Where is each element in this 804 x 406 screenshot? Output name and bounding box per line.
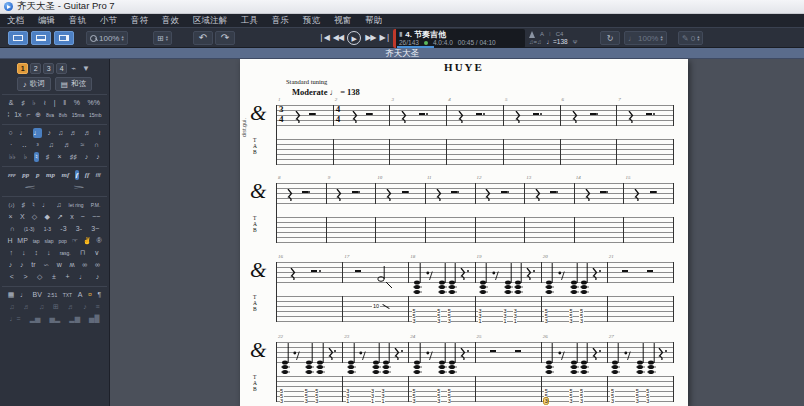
tab-note[interactable]: 1 — [478, 318, 482, 324]
palette-item[interactable]: ∞ — [81, 260, 88, 270]
note-token-ch[interactable] — [447, 342, 459, 378]
tab-note[interactable]: 3 — [447, 318, 451, 324]
palette-item[interactable]: ♬ — [22, 302, 31, 312]
note-token-qr[interactable] — [457, 109, 464, 127]
note-token-qr[interactable] — [294, 109, 301, 127]
palette-item[interactable]: ♬ — [83, 128, 92, 138]
note-token-ch[interactable] — [544, 342, 556, 378]
note-token-r8[interactable] — [359, 346, 366, 364]
note-token-hr[interactable] — [311, 270, 317, 273]
palette-item[interactable]: TXT — [62, 290, 73, 300]
note-token-dot[interactable] — [358, 191, 360, 193]
palette-item[interactable]: & — [8, 98, 15, 108]
note-token-r8[interactable] — [293, 346, 300, 364]
palette-item[interactable]: w — [56, 260, 63, 270]
pencil-edit-control[interactable]: ✎ 0 ▴▾ — [678, 31, 703, 45]
note-token-ch[interactable] — [381, 342, 393, 378]
palette-item[interactable]: ♫ — [57, 128, 64, 138]
note-token-qr[interactable] — [571, 109, 578, 127]
palette-item[interactable]: ∩ — [93, 140, 100, 150]
palette-item[interactable]: f — [75, 170, 79, 180]
palette-item[interactable]: -3 — [59, 224, 67, 234]
voice-button-2[interactable]: 2 — [30, 63, 41, 74]
measure-15[interactable]: 15 — [624, 183, 674, 243]
palette-item[interactable]: ⌐ — [25, 110, 31, 120]
note-token-dot[interactable] — [401, 350, 403, 352]
palette-item[interactable]: ‥ — [21, 140, 28, 150]
redo-button[interactable]: ↷ — [215, 31, 235, 45]
measure-20[interactable]: 20553553553 — [542, 262, 608, 322]
note-token-dot[interactable] — [314, 113, 316, 115]
palette-item[interactable]: H — [6, 236, 13, 246]
note-token-qr[interactable] — [484, 187, 491, 205]
measure-11[interactable]: 11 — [426, 183, 476, 243]
menu-item[interactable]: 文档 — [0, 14, 31, 27]
measure-19[interactable]: 19331331331 — [476, 262, 542, 322]
measure-9[interactable]: 9 — [327, 183, 377, 243]
note-token-ch[interactable] — [579, 262, 591, 298]
palette-item[interactable]: > — [70, 182, 88, 192]
note-token-dot[interactable] — [319, 270, 321, 272]
note-token-qr[interactable] — [627, 109, 634, 127]
note-token-dot[interactable] — [507, 191, 509, 193]
note-token-qr[interactable] — [633, 187, 640, 205]
tab-note[interactable]: 3 — [579, 318, 583, 324]
measure-26[interactable]: 26553553553 — [542, 342, 608, 402]
palette-item[interactable]: ¤ — [87, 290, 93, 300]
metronome-icon[interactable] — [529, 31, 535, 38]
palette-item[interactable]: ‖ — [62, 98, 67, 108]
palette-item[interactable]: ♯ — [20, 98, 26, 108]
tab-note[interactable]: 1 — [346, 398, 350, 404]
note-token-qr[interactable] — [591, 266, 598, 284]
palette-item[interactable]: ♪ — [95, 152, 101, 162]
palette-item[interactable]: BV — [32, 290, 43, 300]
document-tab[interactable]: 齐天大圣 — [0, 48, 804, 59]
tab-note[interactable]: 3 — [280, 398, 284, 404]
measure-4[interactable]: 4 — [447, 105, 504, 165]
note-token-dot[interactable] — [533, 270, 535, 272]
voice-button-3[interactable]: 3 — [43, 63, 54, 74]
tab-note[interactable]: 3 — [447, 398, 451, 404]
palette-item[interactable]: ♪ — [95, 272, 101, 282]
palette-item[interactable]: ∽ — [42, 260, 50, 270]
palette-item[interactable]: ≈ — [79, 140, 85, 150]
palette-item[interactable]: x — [69, 212, 75, 222]
palette-item[interactable]: ♫ — [48, 140, 55, 150]
palette-item[interactable]: · — [9, 140, 13, 150]
note-token-hn[interactable] — [377, 264, 393, 296]
palette-item[interactable]: ♭ — [31, 98, 36, 108]
track-info-box[interactable]: ▮ 4. 节奏吉他 26/143 4.0:4.0 00:45 / 04:10 — [393, 29, 525, 48]
note-token-dot[interactable] — [371, 113, 373, 115]
note-token-ch[interactable] — [412, 262, 424, 298]
layout-control[interactable]: ⊞ ▴▾ — [153, 31, 172, 45]
note-token-ch[interactable] — [280, 342, 292, 378]
palette-item[interactable]: ▦ — [7, 290, 16, 300]
note-token-hr[interactable] — [490, 350, 496, 353]
note-token-qr[interactable] — [327, 346, 334, 364]
note-token-dot[interactable] — [426, 113, 428, 115]
note-token-ch[interactable] — [447, 262, 459, 298]
note-token-ch[interactable] — [610, 342, 622, 378]
note-token-hr[interactable] — [419, 113, 425, 116]
rewind-button[interactable]: ◀◀ — [333, 31, 343, 45]
palette-item[interactable]: slap — [43, 236, 54, 246]
palette-item[interactable]: ◇ — [36, 272, 43, 282]
measure-25[interactable]: 25 — [476, 342, 542, 402]
tab-note[interactable]: 10 — [372, 303, 379, 309]
menu-item[interactable]: 编辑 — [31, 14, 62, 27]
palette-item[interactable]: ♭♭ — [8, 152, 17, 162]
palette-item[interactable]: × — [56, 152, 62, 162]
palette-item[interactable]: ✌ — [82, 236, 93, 246]
loop-button[interactable]: ↻ — [600, 31, 620, 45]
palette-item[interactable]: ~~ — [91, 212, 101, 222]
guitar-tuner-icon[interactable]: ⌁ — [69, 64, 78, 73]
palette-item[interactable]: ♬ — [63, 140, 72, 150]
relative-speed-control[interactable]: ♩ 100% ▴▾ — [624, 31, 667, 45]
view-screen-button[interactable] — [54, 31, 74, 45]
menu-item[interactable]: 音乐 — [265, 14, 296, 27]
chords-button[interactable]: ▤和弦 — [55, 77, 92, 91]
note-token-dot[interactable] — [308, 191, 310, 193]
palette-item[interactable]: ∞ — [94, 260, 101, 270]
palette-item[interactable]: ≡ — [95, 302, 101, 312]
palette-item[interactable]: ♪ — [19, 260, 25, 270]
